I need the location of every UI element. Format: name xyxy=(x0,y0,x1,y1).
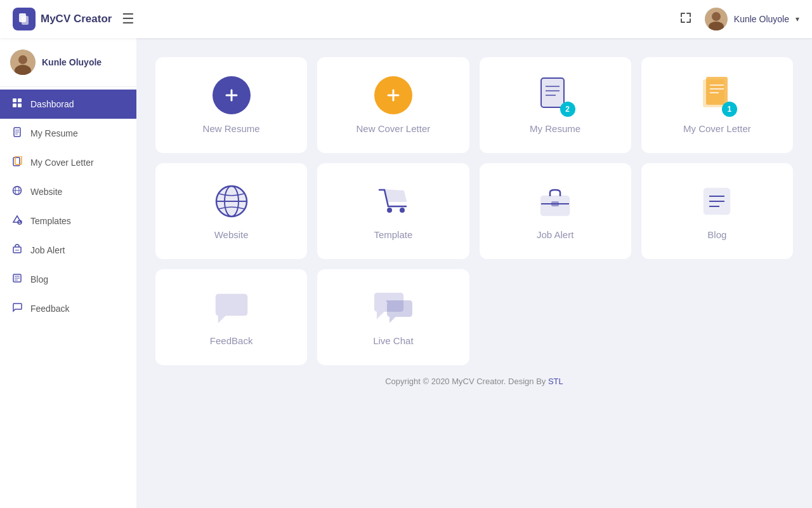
main-content: New Resume New Cover Letter xyxy=(136,38,812,508)
sidebar-avatar xyxy=(10,50,36,75)
logo[interactable]: MyCV Creator xyxy=(13,8,112,30)
feedback-label: FeedBack xyxy=(210,335,253,346)
svg-rect-8 xyxy=(13,98,16,102)
feedback-chat-icon xyxy=(213,288,251,326)
layout: Kunle Oluyole Dashborad My Resume My Cov… xyxy=(0,38,812,508)
new-resume-label: New Resume xyxy=(203,123,260,134)
feedback-card[interactable]: FeedBack xyxy=(155,269,307,365)
footer-text: Copyright © 2020 MyCV Creator. Design By xyxy=(385,377,548,386)
my-resume-card[interactable]: 2 My Resume xyxy=(480,57,631,153)
sidebar-item-job-alert[interactable]: Job Alert xyxy=(0,236,136,265)
sidebar-item-label: My Cover Letter xyxy=(30,157,94,168)
my-resume-icon-wrap: 2 xyxy=(538,76,573,114)
hamburger-button[interactable]: ☰ xyxy=(122,11,134,27)
sidebar-item-label: Job Alert xyxy=(30,245,65,255)
blog-icon xyxy=(11,273,23,286)
new-resume-card[interactable]: New Resume xyxy=(155,57,307,153)
live-chat-card[interactable]: Live Chat xyxy=(317,269,469,365)
svg-point-47 xyxy=(400,208,405,213)
job-alert-icon xyxy=(11,244,23,257)
website-globe-icon xyxy=(213,182,251,220)
new-resume-icon xyxy=(213,76,251,114)
logo-label: MyCV Creator xyxy=(41,13,112,25)
cover-letter-icon xyxy=(11,156,23,169)
svg-rect-50 xyxy=(551,201,559,206)
svg-rect-32 xyxy=(541,78,564,107)
sidebar-user: Kunle Oluyole xyxy=(0,38,136,87)
sidebar-item-label: Templates xyxy=(30,216,71,226)
templates-icon xyxy=(11,215,23,227)
website-card[interactable]: Website xyxy=(155,163,307,259)
sidebar-item-label: Blog xyxy=(30,274,48,284)
new-cover-letter-label: New Cover Letter xyxy=(357,123,431,134)
blog-label: Blog xyxy=(707,229,726,240)
avatar xyxy=(705,8,728,30)
job-alert-card[interactable]: Job Alert xyxy=(480,163,631,259)
website-label: Website xyxy=(214,229,249,240)
my-cover-letter-card[interactable]: 1 My Cover Letter xyxy=(641,57,793,153)
footer-link[interactable]: STL xyxy=(548,377,563,386)
my-resume-badge: 2 xyxy=(560,102,575,117)
template-cart-icon xyxy=(374,182,412,220)
new-cover-letter-card[interactable]: New Cover Letter xyxy=(317,57,469,153)
my-cover-letter-label: My Cover Letter xyxy=(683,123,751,134)
footer: Copyright © 2020 MyCV Creator. Design By… xyxy=(155,365,793,391)
sidebar-item-cover-letter[interactable]: My Cover Letter xyxy=(0,148,136,177)
my-cover-letter-icon-wrap: 1 xyxy=(700,76,735,114)
my-resume-label: My Resume xyxy=(530,123,580,134)
svg-rect-10 xyxy=(13,104,16,107)
new-cover-letter-icon xyxy=(374,76,412,114)
fullscreen-icon[interactable] xyxy=(679,11,692,27)
sidebar-item-blog[interactable]: Blog xyxy=(0,265,136,294)
svg-point-46 xyxy=(387,208,392,213)
my-cover-letter-badge: 1 xyxy=(722,102,737,117)
blog-card[interactable]: Blog xyxy=(641,163,793,259)
sidebar-item-my-resume[interactable]: My Resume xyxy=(0,119,136,148)
user-name-label[interactable]: Kunle Oluyole xyxy=(734,14,789,24)
sidebar-item-label: Website xyxy=(30,187,62,197)
sidebar-item-label: Dashborad xyxy=(30,99,74,109)
globe-icon xyxy=(11,185,23,198)
sidebar-item-feedback[interactable]: Feedback xyxy=(0,294,136,323)
dashboard-grid: New Resume New Cover Letter xyxy=(155,57,793,365)
sidebar-item-label: My Resume xyxy=(30,128,78,138)
sidebar-username: Kunle Oluyole xyxy=(42,57,102,67)
blog-icon xyxy=(698,182,736,220)
topnav: MyCV Creator ☰ Kunle Oluyole ▾ xyxy=(0,0,812,38)
sidebar-item-website[interactable]: Website xyxy=(0,177,136,206)
sidebar-item-dashboard[interactable]: Dashborad xyxy=(0,90,136,119)
job-alert-label: Job Alert xyxy=(537,229,573,240)
template-card[interactable]: Template xyxy=(317,163,469,259)
sidebar-item-templates[interactable]: Templates xyxy=(0,206,136,236)
user-dropdown-arrow[interactable]: ▾ xyxy=(796,15,799,23)
topnav-left: MyCV Creator ☰ xyxy=(13,8,134,30)
svg-rect-1 xyxy=(22,16,29,25)
svg-rect-38 xyxy=(706,77,728,105)
sidebar-nav: Dashborad My Resume My Cover Letter Webs… xyxy=(0,87,136,323)
svg-rect-9 xyxy=(18,98,22,102)
dashboard-icon xyxy=(11,98,23,110)
svg-point-6 xyxy=(18,55,27,64)
job-alert-briefcase-icon xyxy=(536,182,574,220)
live-chat-label: Live Chat xyxy=(373,335,413,346)
topnav-right: Kunle Oluyole ▾ xyxy=(679,8,799,30)
svg-rect-11 xyxy=(18,104,22,107)
sidebar: Kunle Oluyole Dashborad My Resume My Cov… xyxy=(0,38,136,508)
live-chat-icon xyxy=(372,288,414,326)
feedback-icon xyxy=(11,302,23,315)
svg-point-3 xyxy=(712,12,721,21)
logo-icon xyxy=(13,8,36,30)
resume-icon xyxy=(11,127,23,140)
template-label: Template xyxy=(374,229,412,240)
sidebar-item-label: Feedback xyxy=(30,304,69,314)
